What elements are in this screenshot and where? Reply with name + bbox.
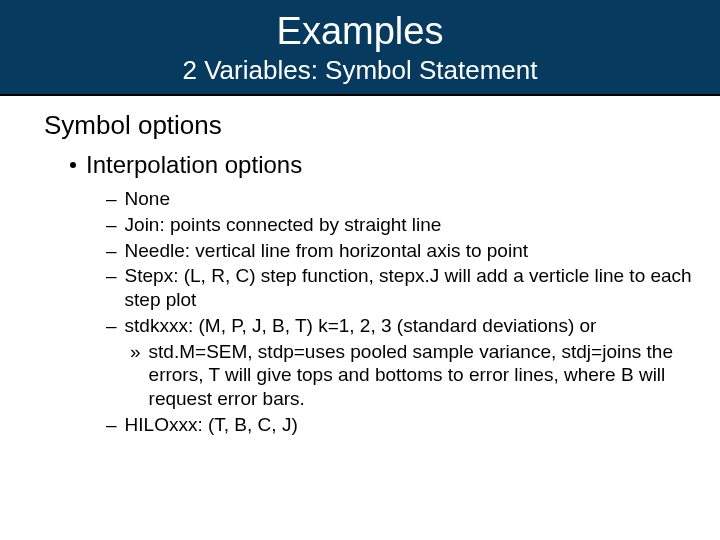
dash-icon: – bbox=[106, 413, 117, 437]
list-item-text: None bbox=[125, 187, 170, 211]
bullet-level1-text: Interpolation options bbox=[86, 151, 302, 179]
bullet-level1: Interpolation options bbox=[70, 151, 720, 179]
list-item-text: Stepx: (L, R, C) step function, stepx.J … bbox=[125, 264, 706, 312]
slide-title: Examples bbox=[0, 10, 720, 53]
list-item-text: HILOxxx: (T, B, C, J) bbox=[125, 413, 298, 437]
list-item-text: stdkxxx: (M, P, J, B, T) k=1, 2, 3 (stan… bbox=[125, 314, 597, 338]
list-item: – HILOxxx: (T, B, C, J) bbox=[106, 413, 706, 437]
list-item: – Join: points connected by straight lin… bbox=[106, 213, 706, 237]
sub-list: – None – Join: points connected by strai… bbox=[106, 187, 706, 437]
dash-icon: – bbox=[106, 187, 117, 211]
header: Examples 2 Variables: Symbol Statement bbox=[0, 0, 720, 96]
dash-icon: – bbox=[106, 213, 117, 237]
list-item-text: Needle: vertical line from horizontal ax… bbox=[125, 239, 528, 263]
dash-icon: – bbox=[106, 314, 117, 338]
list-item-text: Join: points connected by straight line bbox=[125, 213, 442, 237]
list-item: – None bbox=[106, 187, 706, 211]
body: Symbol options Interpolation options – N… bbox=[0, 96, 720, 437]
list-subitem-text: std.M=SEM, stdp=uses pooled sample varia… bbox=[149, 340, 706, 411]
bullet-dot-icon bbox=[70, 162, 76, 168]
section-heading: Symbol options bbox=[44, 110, 720, 141]
slide-subtitle: 2 Variables: Symbol Statement bbox=[0, 55, 720, 86]
dash-icon: – bbox=[106, 239, 117, 263]
list-item: – Stepx: (L, R, C) step function, stepx.… bbox=[106, 264, 706, 312]
list-item: – Needle: vertical line from horizontal … bbox=[106, 239, 706, 263]
raquo-icon: » bbox=[130, 340, 141, 364]
slide: Examples 2 Variables: Symbol Statement S… bbox=[0, 0, 720, 540]
dash-icon: – bbox=[106, 264, 117, 288]
list-subitem: » std.M=SEM, stdp=uses pooled sample var… bbox=[130, 340, 706, 411]
list-item: – stdkxxx: (M, P, J, B, T) k=1, 2, 3 (st… bbox=[106, 314, 706, 338]
